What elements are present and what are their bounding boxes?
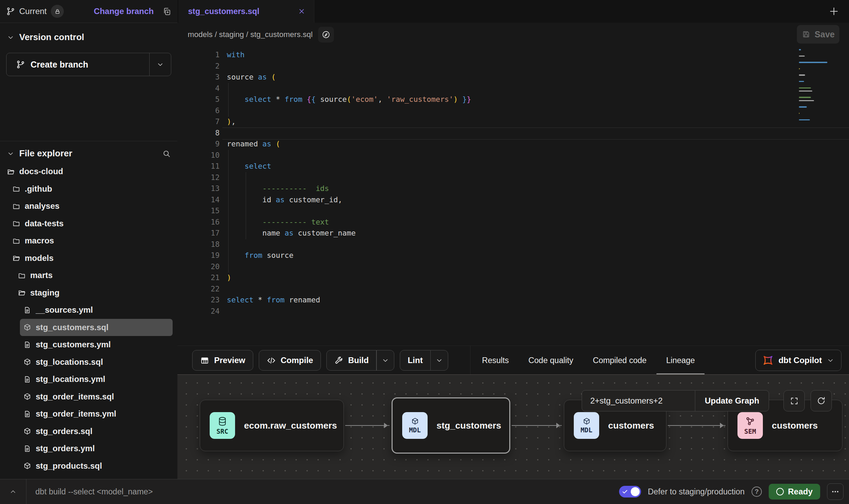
tree-item-stg-customers-yml[interactable]: stg_customers.yml bbox=[0, 336, 177, 353]
docs-explore-button[interactable] bbox=[318, 27, 334, 43]
check-icon bbox=[621, 488, 628, 495]
code-line[interactable]: renamed as ( bbox=[227, 139, 804, 150]
copy-icon[interactable] bbox=[163, 7, 171, 16]
lineage-node-ecom-raw-customers[interactable]: SRCecom.raw_customers bbox=[200, 400, 344, 451]
save-button[interactable]: Save bbox=[797, 25, 839, 44]
tree-item--sources-yml[interactable]: __sources.yml bbox=[0, 301, 177, 319]
code-line[interactable]: source as ( bbox=[227, 72, 804, 83]
collapse-panel-button[interactable] bbox=[0, 479, 26, 504]
code-line[interactable] bbox=[227, 128, 804, 139]
refresh-button[interactable] bbox=[811, 390, 832, 411]
refresh-icon bbox=[816, 396, 826, 406]
create-branch-button[interactable]: Create branch bbox=[6, 53, 171, 76]
more-options-button[interactable] bbox=[827, 483, 844, 500]
tab-lineage[interactable]: Lineage bbox=[666, 346, 695, 375]
build-dropdown[interactable] bbox=[377, 350, 394, 370]
fullscreen-button[interactable] bbox=[783, 390, 805, 411]
code-line[interactable]: id as customer_id, bbox=[227, 194, 804, 206]
tab-results[interactable]: Results bbox=[482, 346, 509, 375]
lineage-edge bbox=[512, 425, 562, 426]
tree-item-analyses[interactable]: analyses bbox=[0, 197, 177, 215]
compile-button[interactable]: Compile bbox=[259, 350, 321, 371]
tree-item-docs-cloud[interactable]: docs-cloud bbox=[0, 163, 177, 180]
cube-icon bbox=[23, 323, 31, 331]
tree-item-stg-order-items-yml[interactable]: stg_order_items.yml bbox=[0, 405, 177, 423]
tree-item-stg-products-sql[interactable]: stg_products.sql bbox=[0, 457, 177, 475]
tree-item-macros[interactable]: macros bbox=[0, 232, 177, 250]
editor-minimap[interactable] bbox=[799, 49, 839, 125]
tree-item-stg-order-items-sql[interactable]: stg_order_items.sql bbox=[0, 388, 177, 406]
code-line[interactable]: select * from renamed bbox=[227, 295, 804, 306]
dbt-copilot-button[interactable]: dbt Copilot bbox=[755, 350, 841, 371]
current-branch-label: Current bbox=[19, 7, 47, 16]
tree-item-label: stg_customers.sql bbox=[36, 323, 108, 332]
code-line[interactable]: ), bbox=[227, 116, 804, 128]
tree-item-stg-locations-sql[interactable]: stg_locations.sql bbox=[0, 353, 177, 371]
file-explorer-section: File explorer docs-cloud.githubanalysesd… bbox=[0, 141, 177, 479]
doc-icon bbox=[23, 375, 31, 383]
create-branch-main[interactable]: Create branch bbox=[7, 53, 149, 76]
update-graph-button[interactable]: Update Graph bbox=[695, 391, 769, 411]
code-line[interactable]: select bbox=[227, 161, 804, 172]
environment-status-button[interactable]: Ready bbox=[769, 484, 820, 500]
breadcrumb-row: models / staging / stg_customers.sql Sav… bbox=[177, 23, 849, 46]
code-line[interactable] bbox=[227, 205, 804, 217]
tree-item-models[interactable]: models bbox=[0, 250, 177, 267]
code-editor[interactable]: 123456789101112131415161718192021222324 … bbox=[177, 46, 849, 346]
tab-compiled-code[interactable]: Compiled code bbox=[593, 346, 647, 375]
line-number-gutter: 123456789101112131415161718192021222324 bbox=[177, 49, 220, 317]
chevron-down-icon bbox=[7, 150, 14, 157]
tree-item-marts[interactable]: marts bbox=[0, 267, 177, 284]
code-line[interactable] bbox=[227, 83, 804, 94]
save-label: Save bbox=[815, 29, 835, 39]
tree-item-staging[interactable]: staging bbox=[0, 284, 177, 302]
code-line[interactable]: ---------- ids bbox=[227, 183, 804, 194]
search-icon[interactable] bbox=[162, 149, 171, 158]
new-tab-button[interactable] bbox=[827, 4, 841, 18]
lineage-panel[interactable]: SRCecom.raw_customersMDLstg_customersMDL… bbox=[177, 374, 849, 480]
code-line[interactable] bbox=[227, 261, 804, 273]
lint-dropdown[interactable] bbox=[431, 350, 448, 370]
version-control-section: Version control Create branch bbox=[0, 23, 177, 141]
code-line[interactable]: from source bbox=[227, 250, 804, 261]
file-explorer-header[interactable]: File explorer bbox=[0, 141, 177, 159]
code-line[interactable]: ---------- text bbox=[227, 217, 804, 228]
code-lines[interactable]: withsource as ( select * from {{ source(… bbox=[227, 49, 804, 317]
tree-item-stg-orders-sql[interactable]: stg_orders.sql bbox=[0, 423, 177, 440]
tree-item--github[interactable]: .github bbox=[0, 180, 177, 198]
tab-stg-customers-sql[interactable]: stg_customers.sql bbox=[178, 0, 314, 23]
tree-item-stg-orders-yml[interactable]: stg_orders.yml bbox=[0, 440, 177, 457]
code-line[interactable] bbox=[227, 61, 804, 72]
version-control-header[interactable]: Version control bbox=[0, 23, 177, 43]
create-branch-dropdown[interactable] bbox=[150, 53, 171, 76]
code-line[interactable]: ) bbox=[227, 272, 804, 284]
help-icon[interactable]: ? bbox=[752, 487, 762, 497]
lint-button[interactable]: Lint bbox=[400, 350, 448, 371]
tab-code-quality[interactable]: Code quality bbox=[528, 346, 573, 375]
lineage-node-stg-customers[interactable]: MDLstg_customers bbox=[392, 397, 510, 454]
code-line[interactable]: select * from {{ source('ecom', 'raw_cus… bbox=[227, 94, 804, 105]
preview-button[interactable]: Preview bbox=[192, 350, 253, 371]
command-input[interactable]: dbt build --select <model_name> bbox=[35, 487, 153, 496]
lineage-selector-input[interactable]: 2+stg_customers+2 bbox=[582, 391, 695, 411]
status-bar-right: Defer to staging/production ? Ready bbox=[619, 483, 844, 500]
tree-item-label: macros bbox=[25, 236, 54, 245]
code-line[interactable] bbox=[227, 150, 804, 161]
tree-item-data-tests[interactable]: data-tests bbox=[0, 215, 177, 232]
code-line[interactable] bbox=[227, 172, 804, 183]
tree-item-stg-customers-sql[interactable]: stg_customers.sql bbox=[20, 319, 173, 336]
code-line[interactable] bbox=[227, 105, 804, 117]
build-button[interactable]: Build bbox=[326, 350, 394, 371]
lock-icon bbox=[54, 8, 61, 15]
close-icon[interactable] bbox=[298, 7, 306, 15]
code-line[interactable] bbox=[227, 306, 804, 317]
folder-icon bbox=[12, 185, 20, 193]
code-line[interactable] bbox=[227, 239, 804, 250]
code-line[interactable]: with bbox=[227, 49, 804, 61]
tree-item-stg-locations-yml[interactable]: stg_locations.yml bbox=[0, 371, 177, 388]
code-line[interactable]: name as customer_name bbox=[227, 228, 804, 239]
defer-toggle[interactable] bbox=[619, 486, 641, 497]
change-branch-link[interactable]: Change branch bbox=[94, 7, 154, 16]
node-badge-src: SRC bbox=[210, 412, 235, 439]
code-line[interactable] bbox=[227, 284, 804, 295]
